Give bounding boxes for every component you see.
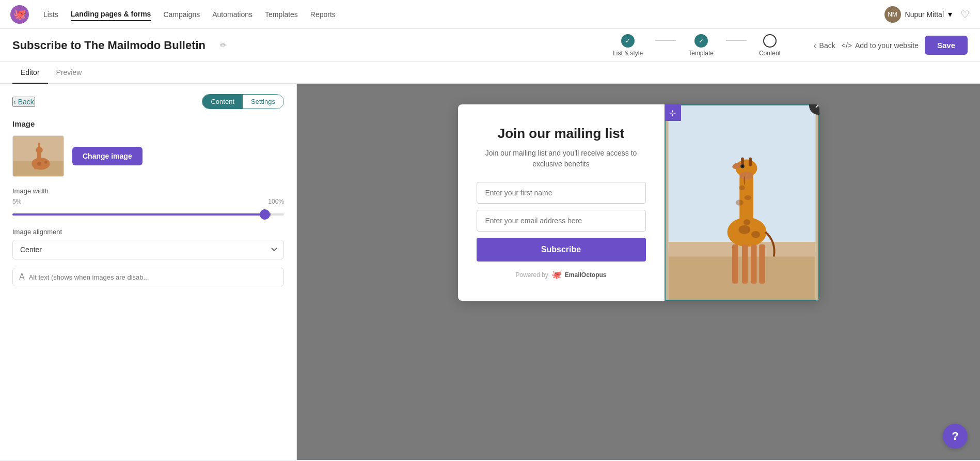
svg-rect-20 [749, 158, 752, 166]
svg-point-29 [751, 231, 760, 238]
left-panel: ‹ Back Content Settings Image [0, 84, 297, 460]
step-circle-3 [763, 34, 777, 48]
svg-point-28 [738, 225, 750, 234]
image-width-label: Image width [12, 187, 284, 195]
modal-subtitle: Join our mailing list and you'll receive… [477, 148, 646, 170]
image-width-slider-container [12, 208, 284, 218]
page-title: Subscribe to The Mailmodo Bulletin [12, 39, 206, 52]
sub-header: Subscribe to The Mailmodo Bulletin ✏ ✓ L… [0, 29, 980, 62]
step-label-1: List & style [613, 50, 643, 57]
step-circle-1: ✓ [621, 34, 635, 48]
tab-editor[interactable]: Editor [12, 62, 48, 84]
svg-point-18 [739, 172, 753, 179]
tabs-bar: Editor Preview [0, 62, 980, 84]
width-row: 5% 100% [12, 198, 284, 205]
add-website-label: Add to your website [855, 41, 919, 50]
nav-lists[interactable]: Lists [43, 8, 58, 21]
nav-right: NM Nupur Mittal ▾ ♡ [884, 6, 970, 23]
back-label: Back [819, 41, 835, 50]
giraffe-image-svg [665, 104, 819, 301]
step-template[interactable]: ✓ Template [676, 34, 726, 57]
svg-rect-26 [751, 244, 756, 284]
nav-landing-pages[interactable]: Landing pages & forms [71, 8, 151, 21]
step-line-2 [726, 40, 747, 41]
save-button[interactable]: Save [925, 36, 968, 55]
edit-title-icon[interactable]: ✏ [220, 40, 227, 50]
main-content: ‹ Back Content Settings Image [0, 84, 980, 460]
svg-rect-7 [42, 160, 45, 170]
nav-automations[interactable]: Automations [212, 8, 252, 21]
step-label-3: Content [759, 50, 781, 57]
email-input[interactable] [477, 210, 646, 232]
image-section-title: Image [12, 119, 284, 128]
image-preview [12, 135, 64, 177]
nav-campaigns[interactable]: Campaigns [163, 8, 200, 21]
back-button[interactable]: ‹ Back [814, 41, 835, 50]
svg-point-23 [741, 165, 744, 167]
svg-point-33 [739, 186, 745, 191]
step-content[interactable]: Content [747, 34, 793, 57]
tab-preview[interactable]: Preview [48, 62, 90, 84]
svg-rect-27 [759, 244, 765, 284]
header-actions: ‹ Back </> Add to your website Save [814, 36, 968, 55]
chevron-down-icon: ▾ [948, 9, 952, 19]
modal-title: Join our mailing list [498, 126, 625, 142]
svg-text:🐙: 🐙 [13, 8, 26, 20]
svg-point-32 [744, 195, 751, 201]
svg-rect-6 [34, 160, 37, 170]
favorites-icon[interactable]: ♡ [960, 8, 970, 21]
subscribe-button[interactable]: Subscribe [477, 238, 646, 262]
toggle-settings-button[interactable]: Settings [243, 95, 283, 109]
change-image-button[interactable]: Change image [72, 147, 143, 165]
panel-back-label: Back [18, 98, 34, 106]
nav-reports[interactable]: Reports [310, 8, 336, 21]
nav-links: Lists Landing pages & forms Campaigns Au… [43, 8, 336, 21]
step-list-style[interactable]: ✓ List & style [600, 34, 655, 57]
content-settings-toggle: Content Settings [202, 94, 284, 109]
svg-point-11 [44, 161, 48, 164]
step-circle-2: ✓ [694, 34, 708, 48]
alignment-label: Image alignment [12, 228, 284, 236]
first-name-input[interactable] [477, 182, 646, 204]
image-width-slider[interactable] [12, 213, 284, 216]
panel-back-button[interactable]: ‹ Back [12, 97, 35, 107]
powered-by-text: Powered by [515, 271, 548, 279]
image-preview-row: Change image [12, 135, 284, 177]
step-label-2: Template [688, 50, 714, 57]
modal-image-section[interactable]: ⊹ 🗑 ⧉ [665, 104, 819, 301]
user-avatar: NM [884, 6, 901, 23]
step-line-1 [655, 40, 676, 41]
text-icon: A [19, 272, 25, 282]
width-min: 5% [12, 198, 21, 205]
svg-rect-24 [732, 244, 738, 284]
top-nav: 🐙 Lists Landing pages & forms Campaigns … [0, 0, 980, 29]
help-button[interactable]: ? [943, 424, 968, 449]
canvas-area: ✕ Join our mailing list Join our mailing… [297, 84, 980, 460]
svg-rect-9 [38, 143, 40, 151]
panel-header: ‹ Back Content Settings [12, 94, 284, 109]
giraffe-thumbnail-svg [13, 135, 64, 177]
add-to-website-button[interactable]: </> Add to your website [842, 41, 919, 50]
drag-handle[interactable]: ⊹ [665, 104, 681, 121]
modal-form-section: Join our mailing list Join our mailing l… [458, 104, 665, 301]
code-icon: </> [842, 41, 852, 50]
user-menu[interactable]: NM Nupur Mittal ▾ [884, 6, 952, 23]
alignment-select[interactable]: Left Center Right [12, 240, 284, 259]
alt-text-input[interactable] [29, 273, 277, 281]
width-max: 100% [268, 198, 284, 205]
svg-point-31 [735, 199, 743, 205]
chevron-left-icon: ‹ [814, 41, 816, 50]
nav-templates[interactable]: Templates [265, 8, 298, 21]
svg-rect-25 [742, 244, 748, 284]
chevron-left-icon: ‹ [13, 98, 16, 106]
svg-point-10 [37, 162, 41, 166]
app-logo[interactable]: 🐙 [10, 5, 29, 24]
toggle-content-button[interactable]: Content [202, 95, 243, 109]
modal-card: ✕ Join our mailing list Join our mailing… [458, 104, 819, 301]
svg-point-30 [743, 219, 750, 225]
alt-text-row: A [12, 268, 284, 286]
powered-by: Powered by 🐙 EmailOctopus [515, 270, 606, 280]
stepper: ✓ List & style ✓ Template Content [600, 34, 793, 57]
brand-name: EmailOctopus [565, 271, 607, 279]
user-name: Nupur Mittal [905, 10, 944, 19]
